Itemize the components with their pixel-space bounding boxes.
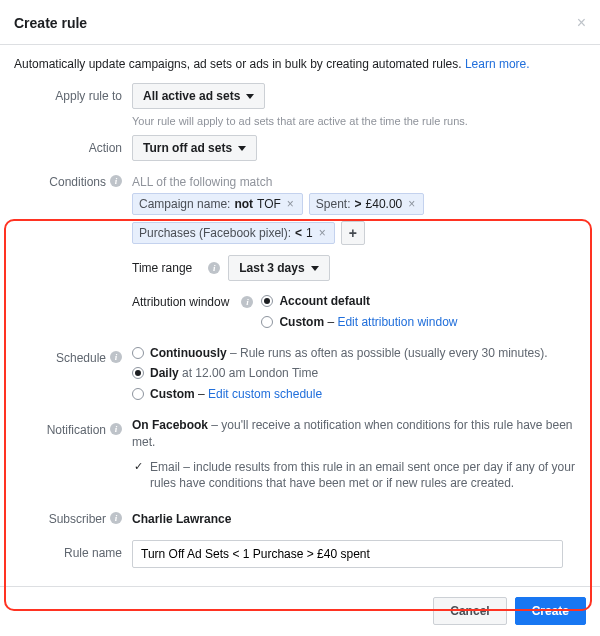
info-icon[interactable]: i: [241, 296, 253, 308]
rule-name-label: Rule name: [64, 546, 122, 560]
attribution-custom-radio[interactable]: [261, 316, 273, 328]
notification-label: Notification: [47, 423, 106, 437]
schedule-label: Schedule: [56, 351, 106, 365]
schedule-daily-radio[interactable]: [132, 367, 144, 379]
learn-more-link[interactable]: Learn more.: [465, 57, 530, 71]
schedule-continuously-title: Continuously: [150, 346, 227, 360]
subhead-text: Automatically update campaigns, ad sets …: [14, 57, 465, 71]
schedule-custom-title: Custom: [150, 387, 195, 401]
schedule-daily-desc: at 12.00 am London Time: [179, 366, 318, 380]
attribution-default-label: Account default: [279, 294, 370, 308]
schedule-custom-radio[interactable]: [132, 388, 144, 400]
subscriber-label: Subscriber: [49, 512, 106, 526]
chevron-down-icon: [311, 266, 319, 271]
notification-email-desc: – include results from this rule in an e…: [150, 460, 575, 491]
dialog-title: Create rule: [14, 15, 577, 31]
notification-email-title: Email: [150, 460, 180, 474]
chip-key: Campaign name:: [139, 197, 230, 211]
attribution-label: Attribution window: [132, 295, 229, 309]
chip-key: Spent:: [316, 197, 351, 211]
schedule-daily-title: Daily: [150, 366, 179, 380]
chip-val: £40.00: [366, 197, 403, 211]
action-label: Action: [89, 141, 122, 155]
rule-name-input[interactable]: [132, 540, 563, 568]
chip-op: not: [234, 197, 253, 211]
info-icon[interactable]: i: [110, 175, 122, 187]
action-value: Turn off ad sets: [143, 141, 232, 155]
apply-rule-label: Apply rule to: [55, 89, 122, 103]
subscriber-name: Charlie Lawrance: [132, 506, 586, 526]
chip-val: 1: [306, 226, 313, 240]
chevron-down-icon: [238, 146, 246, 151]
chip-remove-icon[interactable]: ×: [406, 197, 417, 211]
condition-chip[interactable]: Spent: > £40.00 ×: [309, 193, 424, 215]
schedule-continuously-desc: – Rule runs as often as possible (usuall…: [227, 346, 548, 360]
time-range-select[interactable]: Last 3 days: [228, 255, 329, 281]
chip-remove-icon[interactable]: ×: [285, 197, 296, 211]
schedule-continuously-radio[interactable]: [132, 347, 144, 359]
apply-rule-help: Your rule will apply to ad sets that are…: [132, 115, 586, 127]
info-icon[interactable]: i: [208, 262, 220, 274]
notification-facebook-title: On Facebook: [132, 418, 208, 432]
chip-remove-icon[interactable]: ×: [317, 226, 328, 240]
create-button[interactable]: Create: [515, 597, 586, 625]
conditions-label: Conditions: [49, 175, 106, 189]
chip-key: Purchases (Facebook pixel):: [139, 226, 291, 240]
edit-schedule-link[interactable]: Edit custom schedule: [208, 387, 322, 401]
apply-rule-select[interactable]: All active ad sets: [132, 83, 265, 109]
conditions-match-text: ALL of the following match: [132, 169, 586, 193]
info-icon[interactable]: i: [110, 351, 122, 363]
edit-attribution-link[interactable]: Edit attribution window: [337, 315, 457, 329]
chip-op: >: [355, 197, 362, 211]
chevron-down-icon: [246, 94, 254, 99]
chip-op: <: [295, 226, 302, 240]
action-select[interactable]: Turn off ad sets: [132, 135, 257, 161]
close-icon[interactable]: ×: [577, 14, 586, 32]
cancel-button[interactable]: Cancel: [433, 597, 506, 625]
condition-chip[interactable]: Purchases (Facebook pixel): < 1 ×: [132, 222, 335, 244]
info-icon[interactable]: i: [110, 423, 122, 435]
info-icon[interactable]: i: [110, 512, 122, 524]
attribution-default-radio[interactable]: [261, 295, 273, 307]
add-condition-button[interactable]: +: [341, 221, 365, 245]
attribution-custom-label: Custom: [279, 315, 324, 329]
apply-rule-value: All active ad sets: [143, 89, 240, 103]
time-range-label: Time range: [132, 261, 192, 275]
chip-val: TOF: [257, 197, 281, 211]
condition-chip[interactable]: Campaign name: not TOF ×: [132, 193, 303, 215]
notification-email-checkbox[interactable]: ✓: [132, 461, 144, 473]
time-range-value: Last 3 days: [239, 261, 304, 275]
